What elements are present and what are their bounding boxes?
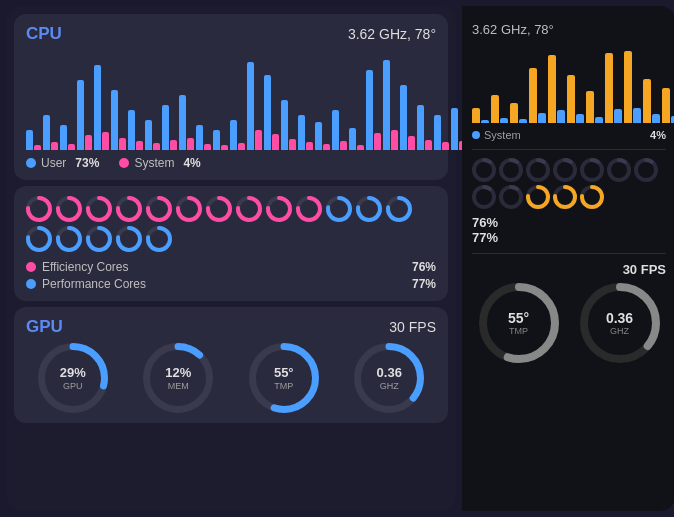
efficiency-core-ring: [86, 196, 112, 222]
bar-group: [434, 115, 449, 150]
user-dot: [26, 158, 36, 168]
right-gauge-label: 55°TMP: [508, 310, 529, 336]
bar-blue: [213, 130, 220, 150]
right-bar-blue: [652, 114, 660, 123]
bar-blue: [77, 80, 84, 150]
bar-group: [247, 62, 262, 150]
right-gauge-item: 55°TMP: [479, 283, 559, 363]
gauge-item: 55°TMP: [249, 343, 319, 413]
bar-group: [281, 100, 296, 150]
bar-blue: [332, 110, 339, 150]
efficiency-core-ring: [296, 196, 322, 222]
bar-group: [128, 110, 143, 150]
bar-group: [366, 70, 381, 150]
right-cpu-section: 3.62 GHz, 78° System 4%: [472, 14, 666, 150]
right-core-ring: [580, 158, 604, 182]
bar-blue: [366, 70, 373, 150]
bar-group: [230, 120, 245, 150]
bar-blue: [383, 60, 390, 150]
right-cpu-stat: 3.62 GHz, 78°: [472, 22, 554, 37]
efficiency-legend: Efficiency Cores 76%: [26, 260, 436, 274]
bar-pink: [68, 144, 75, 150]
cpu-card-header: CPU 3.62 GHz, 78°: [26, 24, 436, 44]
bar-pink: [306, 142, 313, 150]
bar-blue: [281, 100, 288, 150]
bar-blue: [179, 95, 186, 150]
bar-group: [264, 75, 279, 150]
bar-blue: [26, 130, 33, 150]
user-pct: 73%: [75, 156, 99, 170]
right-panel: 3.62 GHz, 78° System 4% 76% 77% 30 FPS 5…: [462, 6, 674, 511]
gauge-ring: 12%MEM: [143, 343, 213, 413]
right-gauge-value: 55°: [508, 310, 529, 326]
bar-pink: [153, 143, 160, 150]
right-bar-group: [548, 55, 565, 123]
right-bar-gold: [586, 91, 594, 123]
gauge-item: 29%GPU: [38, 343, 108, 413]
right-bar-group: [472, 108, 489, 123]
bar-group: [111, 90, 126, 150]
right-bar-blue: [500, 118, 508, 123]
right-bar-gold: [624, 51, 632, 123]
bar-pink: [204, 144, 211, 150]
efficiency-core-ring: [56, 196, 82, 222]
bar-group: [94, 65, 109, 150]
bar-pink: [221, 145, 228, 150]
bar-pink: [357, 145, 364, 150]
right-fps: 30 FPS: [472, 262, 666, 277]
bar-blue: [247, 62, 254, 150]
bar-pink: [442, 142, 449, 150]
bar-blue: [43, 115, 50, 150]
bar-group: [213, 130, 228, 150]
right-gpu-gauges: 55°TMP0.36GHZ: [472, 283, 666, 363]
right-bar-blue: [633, 108, 641, 123]
right-bar-group: [662, 88, 674, 123]
right-cpu-legend: System 4%: [472, 129, 666, 141]
gauge-unit: MEM: [165, 380, 191, 391]
bar-blue: [128, 110, 135, 150]
bar-blue: [111, 90, 118, 150]
bar-blue: [145, 120, 152, 150]
efficiency-core-ring: [266, 196, 292, 222]
right-bar-blue: [557, 110, 565, 123]
system-dot: [119, 158, 129, 168]
bar-group: [60, 125, 75, 150]
right-bar-group: [529, 68, 546, 123]
right-core-ring: [634, 158, 658, 182]
bar-group: [400, 85, 415, 150]
cores-card: Efficiency Cores 76% Performance Cores 7…: [14, 186, 448, 301]
bar-group: [196, 125, 211, 150]
bar-pink: [391, 130, 398, 150]
gauge-label: 0.36GHZ: [377, 365, 402, 391]
gauge-ring: 29%GPU: [38, 343, 108, 413]
right-bar-group: [624, 51, 641, 123]
right-bar-group: [491, 95, 508, 123]
bar-blue: [60, 125, 67, 150]
bar-blue: [196, 125, 203, 150]
gauge-unit: GPU: [60, 380, 86, 391]
right-bar-gold: [567, 75, 575, 123]
right-core-ring: [499, 185, 523, 209]
right-core-ring: [472, 158, 496, 182]
bar-blue: [298, 115, 305, 150]
gpu-fps: 30 FPS: [389, 319, 436, 335]
right-core-ring: [472, 185, 496, 209]
bar-group: [26, 130, 41, 150]
efficiency-pct: 76%: [412, 260, 436, 274]
bar-pink: [102, 132, 109, 150]
bar-blue: [162, 105, 169, 150]
bar-blue: [417, 105, 424, 150]
bar-group: [77, 80, 92, 150]
right-gauge-unit: TMP: [508, 326, 529, 336]
efficiency-label: Efficiency Cores: [42, 260, 128, 274]
gauge-unit: TMP: [274, 380, 294, 391]
bar-pink: [408, 136, 415, 150]
gauge-item: 12%MEM: [143, 343, 213, 413]
right-system-label: System: [484, 129, 521, 141]
right-bar-gold: [472, 108, 480, 123]
bar-pink: [425, 140, 432, 150]
right-system-legend: System 4%: [472, 129, 666, 141]
right-bar-blue: [481, 120, 489, 123]
right-bar-gold: [548, 55, 556, 123]
gauge-ring: 55°TMP: [249, 343, 319, 413]
